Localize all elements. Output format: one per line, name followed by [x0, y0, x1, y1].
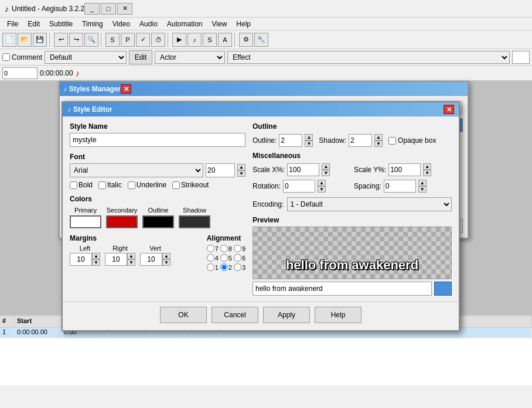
italic-checkbox[interactable] [98, 181, 106, 189]
menu-file[interactable]: File [2, 19, 23, 29]
mr-up[interactable]: ▲ [127, 253, 135, 259]
opaque-checkbox[interactable] [388, 137, 396, 145]
tb-extra2[interactable]: 🔧 [254, 33, 268, 47]
rotation-input[interactable] [283, 180, 315, 193]
shadow-down[interactable]: ▼ [374, 140, 383, 147]
tb-extra1[interactable]: ⚙ [239, 33, 253, 47]
margin-left-input[interactable] [70, 253, 92, 266]
menu-subtitle[interactable]: Subtitle [45, 19, 77, 29]
font-select[interactable]: Arial [70, 163, 203, 177]
menu-video[interactable]: Video [108, 19, 135, 29]
margin-right-input[interactable] [105, 253, 127, 266]
bold-checkbox[interactable] [70, 181, 77, 189]
shadow-up[interactable]: ▲ [374, 134, 383, 140]
sy-up[interactable]: ▲ [423, 163, 431, 170]
tb-spell[interactable]: ✓ [136, 33, 150, 47]
close-btn[interactable]: ✕ [117, 3, 132, 15]
shadow-input[interactable] [349, 134, 372, 147]
ml-up[interactable]: ▲ [92, 253, 100, 259]
sp-down[interactable]: ▼ [418, 186, 427, 193]
se-close-btn[interactable]: ✕ [444, 105, 454, 114]
effect-dropdown[interactable]: Effect [227, 51, 510, 64]
frame-input[interactable] [2, 67, 37, 79]
tb-audio[interactable]: ♪ [187, 33, 202, 47]
align-7-radio[interactable] [207, 245, 214, 252]
align-8-radio[interactable] [220, 245, 228, 252]
outline-down[interactable]: ▼ [305, 140, 313, 147]
align-5-radio[interactable] [220, 254, 228, 262]
sm-close-btn[interactable]: ✕ [121, 84, 131, 94]
outline-color-swatch[interactable] [142, 215, 174, 228]
menu-edit[interactable]: Edit [23, 19, 45, 29]
tb-save[interactable]: 💾 [33, 33, 47, 47]
menu-help[interactable]: Help [231, 19, 255, 29]
preview-input[interactable] [253, 282, 432, 296]
actor-dropdown[interactable]: Actor [155, 51, 225, 64]
tb-prop[interactable]: P [121, 33, 135, 47]
outline-color-item: Outline [142, 207, 174, 228]
spacing-input[interactable] [384, 180, 416, 193]
align-9-radio[interactable] [234, 245, 241, 252]
menu-timing[interactable]: Timing [77, 19, 108, 29]
font-size-up[interactable]: ▲ [237, 164, 245, 170]
menu-view[interactable]: View [207, 19, 232, 29]
help-btn[interactable]: Help [315, 307, 362, 323]
font-size-down[interactable]: ▼ [237, 170, 245, 177]
mv-down[interactable]: ▼ [162, 259, 170, 266]
apply-btn[interactable]: Apply [263, 307, 310, 323]
menu-automation[interactable]: Automation [162, 19, 207, 29]
outline-input[interactable] [279, 134, 302, 147]
align-6-radio[interactable] [234, 254, 241, 262]
minimize-btn[interactable]: _ [84, 3, 100, 15]
scale-y-input[interactable] [388, 163, 421, 176]
ml-down[interactable]: ▼ [92, 259, 100, 266]
main-area: # Start End Style Name Effect Text 1 0:0… [0, 81, 532, 385]
cancel-btn[interactable]: Cancel [212, 307, 258, 323]
tb-auto[interactable]: A [218, 33, 232, 47]
tb-redo[interactable]: ↪ [69, 33, 83, 47]
ok-btn[interactable]: OK [160, 307, 207, 323]
encoding-select[interactable]: 1 - Default [287, 197, 452, 211]
underline-checkbox[interactable] [128, 181, 135, 189]
rot-up[interactable]: ▲ [318, 180, 326, 186]
se-titlebar[interactable]: ♪ Style Editor ✕ [63, 102, 459, 116]
sy-down[interactable]: ▼ [423, 170, 431, 176]
outline-section: Outline Outline: ▲ ▼ Shadow: [253, 122, 452, 147]
secondary-color-swatch[interactable] [106, 215, 138, 228]
mr-down[interactable]: ▼ [127, 259, 135, 266]
tb-open[interactable]: 📂 [18, 33, 32, 47]
edit-style-btn[interactable]: Edit [129, 50, 152, 64]
margin-vert-input[interactable] [140, 253, 162, 266]
rot-down[interactable]: ▼ [318, 186, 326, 193]
align-4-radio[interactable] [207, 254, 214, 262]
outline-up[interactable]: ▲ [305, 134, 313, 140]
tb-find[interactable]: 🔍 [84, 33, 98, 47]
tb-new[interactable]: 📄 [2, 33, 16, 47]
font-size-input[interactable] [206, 163, 235, 177]
tb-sub[interactable]: S [203, 33, 217, 47]
strikeout-checkbox[interactable] [172, 181, 180, 189]
preview-color-btn[interactable] [434, 282, 452, 296]
scale-x-input[interactable] [287, 163, 319, 176]
mv-up[interactable]: ▲ [162, 253, 170, 259]
restore-btn[interactable]: □ [101, 3, 116, 15]
primary-color-swatch[interactable] [70, 215, 101, 228]
styles-manager-titlebar[interactable]: ♪ Styles Manager ✕ [60, 82, 468, 96]
sx-up[interactable]: ▲ [322, 163, 330, 170]
alignment-grid: 7 8 9 4 5 6 1 2 3 [207, 245, 245, 271]
sp-up[interactable]: ▲ [418, 180, 427, 186]
tb-video[interactable]: ▶ [172, 33, 186, 47]
align-1-radio[interactable] [207, 263, 214, 271]
align-2-radio[interactable] [220, 263, 228, 271]
style-dropdown[interactable]: Default [45, 51, 127, 64]
menu-audio[interactable]: Audio [135, 19, 162, 29]
shadow-color-swatch[interactable] [179, 215, 210, 228]
align-3-radio[interactable] [234, 263, 241, 271]
comment-checkbox[interactable] [2, 53, 10, 61]
effect-value[interactable]: 0 [512, 51, 530, 64]
tb-styles[interactable]: S [105, 33, 120, 47]
tb-timing[interactable]: ⏱ [151, 33, 165, 47]
style-name-input[interactable] [70, 133, 245, 147]
sx-down[interactable]: ▼ [322, 170, 330, 176]
tb-undo[interactable]: ↩ [54, 33, 68, 47]
